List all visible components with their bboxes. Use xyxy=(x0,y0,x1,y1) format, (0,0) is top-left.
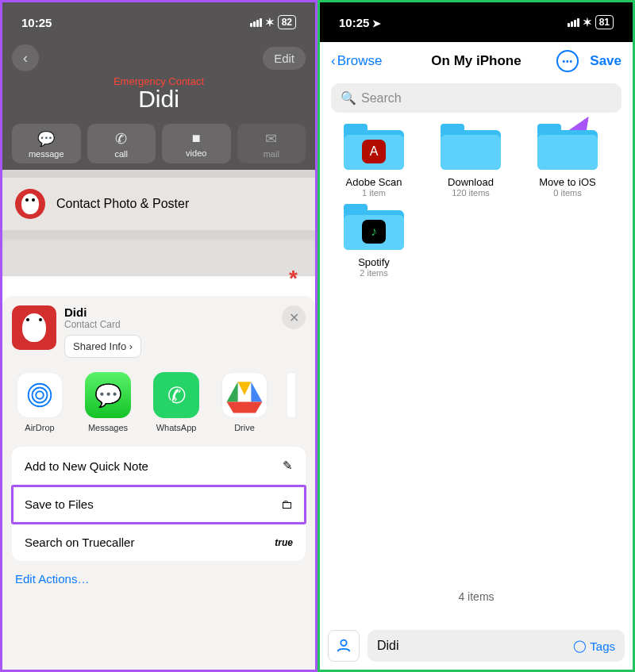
quick-note-action[interactable]: Add to New Quick Note ✎ xyxy=(12,447,306,486)
filename-field[interactable]: Didi ◯ Tags xyxy=(368,630,625,662)
contact-name: Didi xyxy=(12,86,306,113)
folder-adobe-scan[interactable]: AAdobe Scan1 item xyxy=(328,124,420,198)
svg-point-8 xyxy=(341,640,346,646)
airdrop-icon xyxy=(17,372,63,418)
video-icon: ■ xyxy=(162,130,231,147)
whatsapp-icon: ✆ xyxy=(153,372,199,418)
back-button[interactable]: ‹ xyxy=(12,44,39,71)
signal-icon xyxy=(568,18,579,27)
share-title: Didi xyxy=(64,305,141,319)
folder-icon: 🗀 xyxy=(281,497,293,511)
mail-icon: ✉ xyxy=(237,130,306,148)
folders-grid: AAdobe Scan1 itemDownload120 itemsMove t… xyxy=(320,124,633,278)
whatsapp-app[interactable]: ✆ WhatsApp xyxy=(150,372,202,432)
item-count: 4 items xyxy=(320,590,633,603)
mail-button: ✉mail xyxy=(237,124,306,163)
shared-info-button[interactable]: Shared Info › xyxy=(64,335,141,358)
battery-indicator: 82 xyxy=(278,15,296,29)
browse-back-button[interactable]: ‹ Browse xyxy=(331,53,382,69)
wifi-icon: ✶ xyxy=(583,16,592,29)
filename-text: Didi xyxy=(377,639,399,653)
more-button[interactable]: ••• xyxy=(556,50,579,72)
tags-button[interactable]: ◯ Tags xyxy=(573,639,615,653)
share-sheet: Didi Contact Card Shared Info › ✕ AirDro… xyxy=(2,296,315,670)
contact-body: Contact Photo & Poster xyxy=(2,170,315,276)
svg-marker-6 xyxy=(227,382,238,401)
folder-icon xyxy=(441,124,501,170)
status-right: ✶ 81 xyxy=(568,15,614,29)
quick-note-icon: ✎ xyxy=(283,459,293,473)
status-bar: 10:25 ✶ 82 xyxy=(2,2,315,42)
folder-spotify[interactable]: ♪Spotify2 items xyxy=(328,204,420,278)
call-button[interactable]: ✆call xyxy=(87,124,156,163)
asterisk-annotation: * xyxy=(289,266,298,291)
blurred-row xyxy=(2,240,315,276)
right-screenshot: 10:25➤ ✶ 81 ‹ Browse On My iPhone ••• Sa… xyxy=(318,0,635,672)
svg-point-1 xyxy=(33,388,48,403)
svg-point-0 xyxy=(36,391,44,399)
more-apps-peek[interactable] xyxy=(287,372,296,418)
edit-actions-link[interactable]: Edit Actions… xyxy=(12,561,306,590)
signal-icon xyxy=(250,18,262,27)
save-to-files-action[interactable]: Save to Files 🗀 xyxy=(12,486,306,524)
search-placeholder: Search xyxy=(361,91,402,106)
messages-icon: 💬 xyxy=(85,372,131,418)
contact-header: ‹ Edit Emergency Contact Didi 💬message ✆… xyxy=(2,42,315,170)
drive-icon xyxy=(221,372,267,418)
status-time: 10:25 xyxy=(21,16,52,29)
share-avatar xyxy=(12,305,56,350)
folder-move-to-ios[interactable]: Move to iOS0 items xyxy=(521,124,614,198)
location-icon: ➤ xyxy=(372,17,381,29)
left-screenshot: 10:25 ✶ 82 ‹ Edit Emergency Contact Didi… xyxy=(0,0,318,672)
search-icon: 🔍 xyxy=(341,90,356,106)
files-body: ‹ Browse On My iPhone ••• Save 🔍 Search … xyxy=(320,42,633,670)
wifi-icon: ✶ xyxy=(265,16,275,29)
share-apps-row[interactable]: AirDrop 💬 Messages ✆ WhatsApp Drive xyxy=(12,372,306,432)
close-button[interactable]: ✕ xyxy=(282,305,306,329)
folder-download[interactable]: Download120 items xyxy=(425,124,517,198)
folder-icon: A xyxy=(344,124,404,170)
contact-photo-row[interactable]: Contact Photo & Poster xyxy=(2,178,315,230)
messages-app[interactable]: 💬 Messages xyxy=(82,372,134,432)
phone-icon: ✆ xyxy=(87,130,156,148)
search-input[interactable]: 🔍 Search xyxy=(331,83,622,113)
edit-button[interactable]: Edit xyxy=(263,47,306,70)
svg-marker-7 xyxy=(227,401,263,413)
airdrop-app[interactable]: AirDrop xyxy=(13,372,66,432)
truecaller-action[interactable]: Search on Truecaller true xyxy=(12,524,306,561)
folder-icon xyxy=(537,124,598,170)
status-time: 10:25 xyxy=(339,16,369,29)
folder-icon: ♪ xyxy=(344,204,404,250)
avatar xyxy=(15,189,45,219)
status-right: ✶ 82 xyxy=(250,15,296,29)
svg-marker-5 xyxy=(251,382,262,401)
share-subtitle: Contact Card xyxy=(64,319,141,330)
truecaller-icon: true xyxy=(275,537,293,548)
files-nav: ‹ Browse On My iPhone ••• Save xyxy=(320,42,633,77)
file-footer: Didi ◯ Tags xyxy=(328,630,625,662)
message-button[interactable]: 💬message xyxy=(12,124,81,163)
svg-marker-4 xyxy=(238,382,252,395)
battery-indicator: 81 xyxy=(595,15,614,29)
message-icon: 💬 xyxy=(12,130,81,148)
save-button[interactable]: Save xyxy=(590,53,622,69)
photo-row-label: Contact Photo & Poster xyxy=(56,197,189,211)
drive-app[interactable]: Drive xyxy=(218,372,271,432)
video-button[interactable]: ■video xyxy=(162,124,231,163)
status-bar: 10:25➤ ✶ 81 xyxy=(320,2,633,42)
contact-file-icon[interactable] xyxy=(328,630,360,662)
share-actions-list: Add to New Quick Note ✎ Save to Files 🗀 … xyxy=(12,447,306,561)
